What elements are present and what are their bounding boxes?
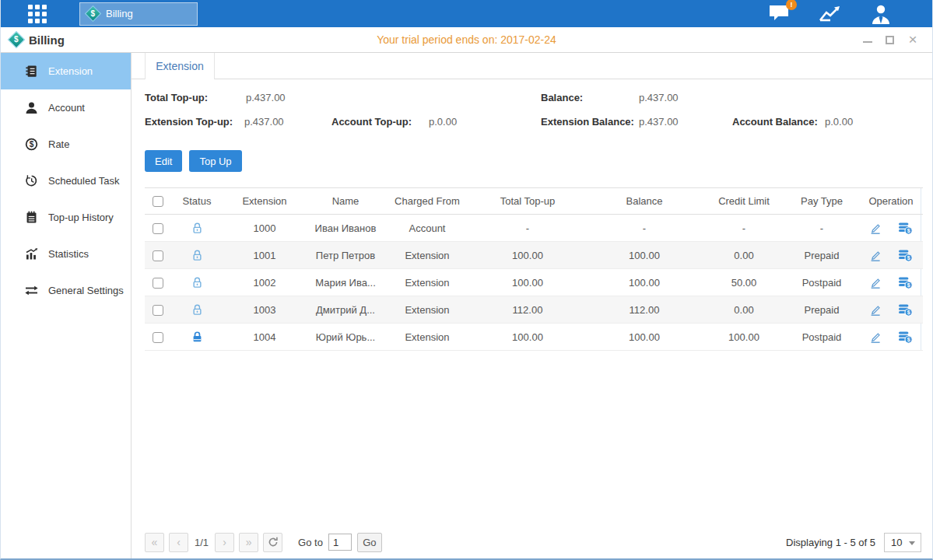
close-icon[interactable]: × (907, 34, 918, 45)
account-topup-label: Account Top-up: (331, 116, 412, 128)
sidebar-item-account[interactable]: Account (1, 89, 131, 126)
ledger-icon (25, 65, 38, 78)
balance-label: Balance: (541, 92, 583, 103)
cell-name: Петр Петров (307, 242, 384, 269)
cell-extension: 1003 (223, 296, 307, 324)
user-icon[interactable] (870, 4, 892, 24)
notification-badge: ! (786, 0, 797, 10)
col-charged-from: Charged From (384, 188, 470, 215)
sidebar-item-extension[interactable]: Extension (1, 53, 131, 89)
svg-text:$: $ (907, 337, 910, 343)
workspace: Extension Account $ Rate (1, 53, 932, 558)
cell-charged-from: Extension (384, 242, 470, 269)
app-grid-icon[interactable] (28, 5, 47, 23)
last-page-button[interactable]: » (239, 533, 258, 552)
tab-extension[interactable]: Extension (145, 53, 215, 79)
topup-coins-icon[interactable]: $ (898, 222, 913, 235)
minimize-icon[interactable] (863, 37, 872, 43)
title-left: $ Billing (1, 33, 65, 47)
row-checkbox[interactable] (153, 250, 163, 261)
edit-button[interactable]: Edit (145, 150, 182, 172)
topup-coins-icon[interactable]: $ (898, 276, 913, 289)
sidebar-item-statistics[interactable]: Statistics (1, 236, 131, 272)
cell-credit-limit: 0.00 (703, 296, 784, 324)
cell-total-topup: 100.00 (470, 269, 585, 296)
top-up-button[interactable]: Top Up (189, 150, 241, 172)
unlocked-icon[interactable] (191, 249, 204, 262)
account-balance-label: Account Balance: (732, 116, 818, 128)
refresh-button[interactable] (263, 533, 282, 552)
taskbar-item-billing[interactable]: $ Billing (79, 2, 198, 26)
edit-pencil-icon[interactable] (869, 249, 882, 262)
cell-pay-type: Prepaid (784, 242, 859, 269)
topup-coins-icon[interactable]: $ (898, 331, 913, 344)
unlocked-icon[interactable] (191, 276, 204, 289)
cell-extension: 1001 (223, 242, 307, 269)
col-status: Status (171, 188, 223, 215)
edit-pencil-icon[interactable] (869, 331, 882, 344)
unlocked-icon[interactable] (191, 222, 204, 235)
go-button[interactable]: Go (357, 533, 382, 552)
table-row: 1001 Петр Петров Extension 100.00 100.00… (145, 242, 923, 269)
resource-monitor-icon[interactable] (819, 5, 842, 23)
locked-icon[interactable] (191, 331, 204, 344)
col-credit-limit: Credit Limit (703, 188, 784, 215)
sidebar-item-rate[interactable]: $ Rate (1, 126, 131, 163)
displaying-text: Displaying 1 - 5 of 5 (786, 537, 875, 548)
page-size-select[interactable]: 10 (884, 533, 921, 552)
cell-charged-from: Extension (384, 269, 470, 296)
first-page-button[interactable]: « (145, 533, 164, 552)
unlocked-icon[interactable] (191, 303, 204, 317)
svg-text:$: $ (30, 140, 34, 149)
goto-page-input[interactable] (328, 534, 352, 551)
cell-balance: - (585, 215, 703, 242)
extension-topup-label: Extension Top-up: (145, 116, 233, 128)
cell-charged-from: Account (384, 215, 470, 242)
cell-pay-type: Postpaid (784, 324, 859, 351)
sidebar-item-general-settings[interactable]: General Settings (1, 272, 131, 309)
row-checkbox[interactable] (153, 332, 163, 343)
chevron-down-icon (909, 541, 915, 545)
page-indicator: 1/1 (195, 537, 209, 548)
row-checkbox[interactable] (153, 305, 163, 316)
sidebar: Extension Account $ Rate (1, 53, 132, 558)
cell-credit-limit: 100.00 (703, 324, 784, 351)
topup-coins-icon[interactable]: $ (898, 249, 913, 262)
summary-panel: Total Top-up: p.437.00 Balance: p.437.00… (132, 79, 932, 148)
edit-pencil-icon[interactable] (869, 303, 882, 317)
select-all-checkbox[interactable] (153, 196, 163, 207)
row-checkbox[interactable] (153, 278, 163, 289)
edit-pencil-icon[interactable] (869, 276, 882, 289)
col-extension: Extension (223, 188, 307, 215)
tabbar: Extension (132, 53, 932, 79)
prev-page-button[interactable]: ‹ (169, 533, 188, 552)
next-page-button[interactable]: › (215, 533, 234, 552)
sidebar-item-topup-history[interactable]: Top-up History (1, 199, 131, 236)
account-topup-value: p.0.00 (429, 116, 457, 128)
cell-pay-type: Postpaid (784, 269, 859, 296)
topup-coins-icon[interactable]: $ (898, 303, 913, 317)
edit-pencil-icon[interactable] (869, 222, 882, 235)
main-content: Extension Total Top-up: p.437.00 Balance… (132, 53, 932, 558)
trial-notice: Your trial period ends on: 2017-02-24 (377, 33, 556, 46)
bar-chart-icon (25, 247, 38, 261)
sidebar-item-label: Top-up History (48, 212, 114, 223)
cell-name: Юрий Юрь... (307, 324, 384, 351)
cell-extension: 1002 (223, 269, 307, 296)
sidebar-item-scheduled-task[interactable]: Scheduled Task (1, 163, 131, 199)
col-name: Name (307, 188, 384, 215)
pager-right: Displaying 1 - 5 of 5 10 (786, 533, 921, 552)
total-topup-label: Total Top-up: (145, 92, 208, 103)
sidebar-item-label: Statistics (48, 248, 89, 260)
chat-icon[interactable]: ! (768, 4, 791, 23)
extension-table-wrap: Status Extension Name Charged From Total… (145, 187, 921, 351)
extension-table: Status Extension Name Charged From Total… (145, 187, 923, 351)
extension-balance-label: Extension Balance: (541, 116, 634, 128)
table-row: 1002 Мария Ива... Extension 100.00 100.0… (145, 269, 923, 296)
extension-balance-value: p.437.00 (639, 116, 679, 128)
maximize-icon[interactable] (886, 36, 894, 44)
row-checkbox[interactable] (153, 223, 163, 234)
cell-name: Иван Иванов (307, 215, 384, 242)
col-total-topup: Total Top-up (470, 188, 585, 215)
cell-total-topup: 100.00 (470, 324, 585, 351)
